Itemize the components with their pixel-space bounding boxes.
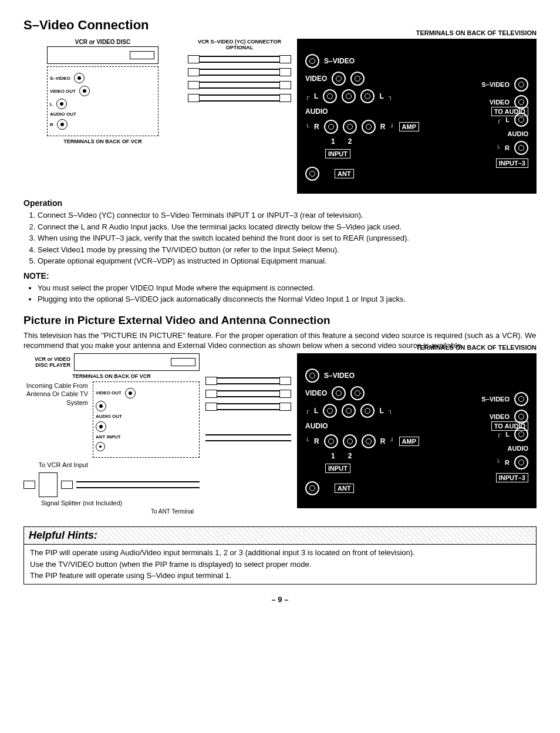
section2-title: Picture in Picture External Video and An… — [23, 314, 537, 327]
tv-jack-icon — [324, 120, 338, 134]
connector-optional-label: VCR S–VIDEO (YC) CONNECTOR OPTIONAL — [188, 39, 291, 50]
operation-list: Connect S–Video (YC) connector to S–Vide… — [38, 210, 537, 266]
list-item: Plugging into the optional S–VIDEO jack … — [38, 294, 537, 305]
tv-jack-icon — [350, 386, 365, 400]
list-item: You must select the proper VIDEO Input M… — [38, 283, 537, 293]
vcr-label: VCR or VIDEO DISC — [23, 39, 182, 45]
plug-icon — [279, 390, 291, 398]
svideo-jack-icon — [74, 73, 85, 83]
list-item: When using the INPUT–3 jack, verify that… — [38, 233, 537, 244]
jack-icon — [96, 421, 106, 432]
tv-panel-title-2: TERMINALS ON BACK OF TELEVISION — [416, 344, 537, 351]
plug-icon — [279, 68, 291, 76]
terminals-vcr-label: TERMINALS ON BACK OF VCR — [23, 373, 200, 379]
vcr-player-label: VCR or VIDEO DISC PLAYER — [23, 356, 70, 368]
jack-icon — [125, 388, 136, 398]
plug-icon — [279, 94, 291, 102]
svideo-jack-icon — [305, 369, 319, 383]
coax-plug-icon — [61, 481, 73, 489]
tv-jack-icon — [323, 404, 337, 418]
plug-icon — [205, 403, 217, 411]
plug-icon — [279, 403, 291, 411]
plug-icon — [188, 55, 200, 63]
tv-jack-icon — [514, 141, 528, 155]
hints-title: Helpful Hints: — [24, 527, 536, 545]
cables-column: VCR S–VIDEO (YC) CONNECTOR OPTIONAL — [188, 39, 291, 107]
vcr-column: VCR or VIDEO DISC S–VIDEO VIDEO OUT L AU… — [23, 39, 182, 144]
tv-jack-icon — [342, 89, 356, 103]
operation-heading: Operation — [23, 198, 537, 208]
tv-jack-icon — [323, 89, 337, 103]
tv-jack-icon — [514, 113, 528, 127]
hint-line: Use the TV/VIDEO button (when the PIP fr… — [30, 559, 530, 570]
plug-icon — [188, 81, 200, 89]
audio-l-jack-icon — [56, 99, 67, 109]
tv-jack-icon — [362, 120, 376, 134]
plug-icon — [279, 377, 291, 385]
diagram-2: VCR or VIDEO DISC PLAYER TERMINALS ON BA… — [23, 353, 537, 515]
ant-jack-icon — [305, 481, 319, 495]
vcr-unit-icon — [74, 353, 200, 371]
ant-jack-icon — [305, 167, 319, 181]
list-item: Select Video1 mode by pressing the TV/VI… — [38, 245, 537, 255]
tv-back-panel-2: TERMINALS ON BACK OF TELEVISION S–VIDEO … — [297, 353, 537, 508]
left-diagram-col: VCR or VIDEO DISC PLAYER TERMINALS ON BA… — [23, 353, 200, 515]
tv-back-panel: TERMINALS ON BACK OF TELEVISION S–VIDEO … — [297, 39, 537, 194]
tv-jack-icon — [514, 410, 528, 424]
hint-line: The PIP will operate using Audio/Video i… — [30, 547, 530, 559]
tv-jack-icon — [350, 72, 365, 86]
tv-right-column-2: S–VIDEO VIDEO ┌L AUDIO └R INPUT–3 — [481, 389, 528, 486]
splitter-label: Signal Splitter (not Included) — [41, 499, 200, 507]
tv-jack-icon — [360, 89, 375, 103]
terminals-vcr-label: TERMINALS ON BACK OF VCR — [23, 139, 182, 144]
tv-jack-icon — [324, 434, 338, 448]
page-number: – 9 – — [23, 595, 537, 604]
helpful-hints-box: Helpful Hints: The PIP will operate usin… — [23, 526, 537, 585]
to-ant-label: To ANT Terminal — [23, 508, 194, 515]
diagram-1: VCR or VIDEO DISC S–VIDEO VIDEO OUT L AU… — [23, 39, 537, 194]
to-vcr-label: To VCR Ant Input — [23, 461, 88, 469]
tv-jack-icon — [343, 120, 357, 134]
vcr-back-panel: S–VIDEO VIDEO OUT L AUDIO OUT R — [47, 66, 158, 136]
splitter-icon — [39, 472, 58, 497]
plug-icon — [188, 94, 200, 102]
coax-icon — [96, 442, 105, 451]
vcr-unit-icon — [47, 46, 158, 64]
tv-jack-icon — [514, 95, 528, 109]
video-out-jack-icon — [79, 86, 90, 96]
plug-icon — [188, 68, 200, 76]
hints-body: The PIP will operate using Audio/Video i… — [24, 545, 536, 584]
tv-right-column: S–VIDEO VIDEO ┌L AUDIO └R INPUT–3 — [481, 74, 528, 171]
note-list: You must select the proper VIDEO Input M… — [38, 283, 537, 305]
svideo-jack-icon — [514, 77, 528, 92]
tv-jack-icon — [514, 427, 528, 441]
svideo-jack-icon — [305, 54, 319, 68]
tv-jack-icon — [343, 434, 357, 448]
tv-panel-title: TERMINALS ON BACK OF TELEVISION — [416, 29, 537, 36]
list-item: Operate optional equipment (VCR–VDP) as … — [38, 256, 537, 266]
plug-icon — [205, 390, 217, 398]
cables-column-2 — [205, 353, 291, 446]
plug-icon — [205, 377, 217, 385]
vcr-back-panel-2: VIDEO OUT AUDIO OUT ANT INPUT — [93, 381, 200, 458]
coax-plug-icon — [23, 481, 35, 489]
tv-jack-icon — [332, 386, 346, 400]
list-item: Connect S–Video (YC) connector to S–Vide… — [38, 210, 537, 221]
jack-icon — [96, 401, 106, 411]
svideo-jack-icon — [514, 392, 528, 406]
incoming-cable-label: Incoming Cable From Antenna Or Cable TV … — [23, 381, 88, 458]
tv-jack-icon — [362, 434, 376, 448]
tv-jack-icon — [360, 404, 375, 418]
plug-icon — [279, 55, 291, 63]
hint-line: The PIP feature will operate using S–Vid… — [30, 570, 530, 582]
audio-r-jack-icon — [57, 119, 68, 130]
tv-jack-icon — [332, 72, 346, 86]
note-heading: NOTE: — [23, 271, 537, 281]
list-item: Connect the L and R Audio Input jacks. U… — [38, 222, 537, 232]
tv-jack-icon — [514, 455, 528, 469]
tv-jack-icon — [342, 404, 356, 418]
plug-icon — [279, 81, 291, 89]
